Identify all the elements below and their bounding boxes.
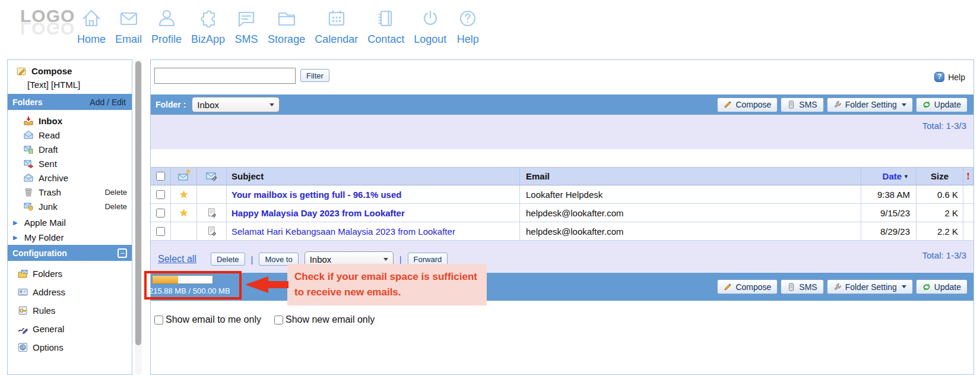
star-icon[interactable]: ★	[179, 207, 188, 219]
sidebar-scrollbar[interactable]	[135, 59, 142, 375]
folder-setting-label: Folder Setting	[845, 100, 897, 109]
expander-icon[interactable]: ▶	[13, 219, 18, 226]
sidebar-item-config-options[interactable]: Options	[8, 340, 132, 354]
select-all-checkbox[interactable]	[156, 172, 165, 181]
sidebar-item-draft[interactable]: Draft	[8, 142, 132, 156]
filter-input[interactable]	[154, 68, 296, 84]
nav-label: Email	[115, 33, 142, 46]
folder-label: Archive	[39, 173, 68, 183]
nav-label: SMS	[235, 33, 258, 46]
folder-label: Draft	[39, 144, 58, 155]
sidebar-item-read[interactable]: Read	[8, 128, 132, 142]
email-icon	[117, 5, 141, 32]
sidebar-item-junk[interactable]: Junk Delete	[8, 199, 132, 213]
update-button-label: Update	[934, 282, 961, 292]
topbar: LOGO LOGO Home Email Profile	[0, 0, 980, 57]
row-checkbox[interactable]	[156, 190, 165, 199]
trash-icon	[23, 187, 34, 197]
scrollbar-thumb[interactable]	[135, 61, 141, 345]
read-icon	[23, 130, 34, 140]
sidebar-item-sent[interactable]: Sent	[8, 156, 132, 171]
sidebar-item-trash[interactable]: Trash Delete	[8, 185, 132, 199]
sidebar-item-config-general[interactable]: General	[8, 322, 132, 336]
sms-button[interactable]: SMS	[781, 97, 823, 112]
sidebar: Compose [Text] [HTML] Folders Add / Edit…	[7, 59, 132, 375]
expander-icon[interactable]: ▶	[13, 234, 18, 241]
folder-label: Junk	[39, 201, 58, 212]
folder-label: Read	[39, 130, 60, 140]
update-button[interactable]: Update	[916, 279, 968, 294]
subject-column-header: Subject	[231, 171, 264, 181]
folder-setting-button[interactable]: Folder Setting	[827, 97, 913, 112]
folder-label: Sent	[39, 159, 57, 169]
sidebar-item-my-folder[interactable]: ▶ My Folder	[8, 230, 132, 244]
annotation-line2: to receive new emails.	[294, 285, 480, 300]
nav-label: Contact	[367, 33, 404, 46]
sidebar-item-archive[interactable]: Archive	[8, 171, 132, 185]
help-link[interactable]: ? Help	[934, 72, 965, 82]
show-email-to-me-checkbox[interactable]	[154, 316, 163, 324]
storage-progress-fill	[153, 276, 178, 283]
mail-row: Selamat Hari Kebangsaan Malaysia 2023 fr…	[151, 222, 973, 241]
sidebar-item-apple-mail[interactable]: ▶ Apple Mail	[8, 215, 132, 229]
compose-button[interactable]: Compose	[717, 279, 778, 294]
mail-table: ★ Subject Email Date ▼ Size !	[151, 167, 973, 241]
sidebar-item-compose[interactable]: Compose	[8, 64, 132, 78]
nav-label: Profile	[151, 33, 182, 46]
dropdown-caret-icon	[902, 103, 906, 106]
flag-column-header[interactable]: ★	[171, 168, 197, 185]
folder-label: Folder :	[156, 100, 186, 109]
storage-icon	[275, 5, 299, 32]
sidebar-item-config-folders[interactable]: Folders	[8, 266, 132, 281]
collapse-icon[interactable]: −	[118, 248, 127, 258]
toolbar-buttons: Compose SMS Folder Setting Update	[717, 279, 968, 294]
nav-item-contact[interactable]: Contact	[367, 5, 404, 46]
compose-formats: [Text] [HTML]	[27, 80, 80, 90]
row-checkbox[interactable]	[156, 227, 165, 236]
action-row: Select all Delete | Move to Inbox | Forw…	[151, 241, 973, 273]
row-checkbox[interactable]	[156, 209, 165, 218]
update-button[interactable]: Update	[916, 97, 968, 112]
sidebar-item-config-address[interactable]: Address	[8, 285, 132, 299]
sidebar-item-config-rules[interactable]: Rules	[8, 303, 132, 317]
folder-setting-button[interactable]: Folder Setting	[827, 279, 913, 294]
attachment-column-header[interactable]	[197, 168, 227, 185]
delete-button[interactable]: Delete	[211, 253, 245, 266]
trash-delete-link[interactable]: Delete	[104, 188, 127, 197]
sidebar-item-inbox[interactable]: Inbox	[8, 114, 132, 128]
nav-item-sms[interactable]: SMS	[234, 5, 258, 46]
folders-add-edit-link[interactable]: Add / Edit	[90, 97, 126, 107]
folder-select[interactable]: Inbox	[192, 97, 280, 112]
junk-delete-link[interactable]: Delete	[104, 202, 127, 211]
mail-subject-link[interactable]: Your mailbox is getting full - 96.1% use…	[231, 190, 401, 200]
compose-format-links[interactable]: [Text] [HTML]	[8, 77, 132, 92]
nav-item-help[interactable]: Help	[456, 5, 480, 46]
mail-subject-link[interactable]: Selamat Hari Kebangsaan Malaysia 2023 fr…	[231, 226, 455, 237]
nav-item-logout[interactable]: Logout	[414, 5, 446, 46]
compose-button-label: Compose	[735, 100, 771, 109]
nav-item-calendar[interactable]: Calendar	[315, 5, 358, 46]
show-new-email-checkbox[interactable]	[274, 316, 283, 324]
bizapp-icon	[196, 5, 220, 32]
compose-button[interactable]: Compose	[717, 97, 778, 112]
mail-row: ★ Your mailbox is getting full - 96.1% u…	[151, 185, 973, 204]
select-all-link[interactable]: Select all	[158, 254, 196, 264]
nav-item-bizapp[interactable]: BizApp	[191, 5, 225, 46]
nav-item-home[interactable]: Home	[77, 5, 106, 46]
storage-highlight-box: 215.88 MB / 500.00 MB	[144, 271, 242, 300]
mail-subject-link[interactable]: Happy Malaysia Day 2023 from Lookafter	[231, 208, 405, 218]
date-column-header[interactable]: Date ▼	[861, 168, 916, 185]
sms-button[interactable]: SMS	[781, 279, 823, 294]
filter-button[interactable]: Filter	[300, 69, 329, 82]
nav-item-storage[interactable]: Storage	[268, 5, 305, 46]
general-icon	[17, 324, 28, 334]
mail-date: 9:38 AM	[877, 190, 916, 200]
mail-row: ★ Happy Malaysia Day 2023 from Lookafter…	[151, 204, 973, 222]
nav-item-profile[interactable]: Profile	[151, 5, 182, 46]
nav-label: Storage	[268, 33, 305, 46]
pencil-icon	[724, 100, 732, 109]
compose-label: Compose	[31, 66, 72, 76]
attachment-icon	[207, 208, 216, 218]
nav-item-email[interactable]: Email	[115, 5, 142, 46]
star-icon[interactable]: ★	[179, 188, 188, 201]
